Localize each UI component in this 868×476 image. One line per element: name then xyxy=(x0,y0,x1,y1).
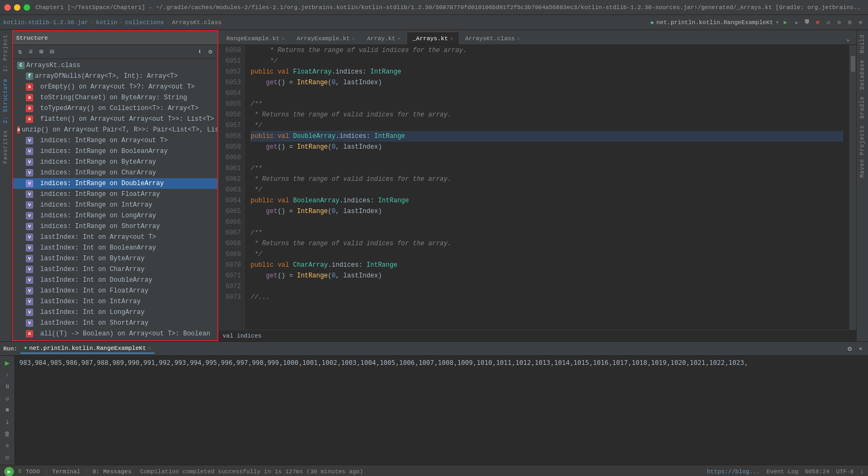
run-tab-range-example[interactable]: ● net.println.kotlin.RangeExampleKt ✕ xyxy=(20,344,155,354)
tree-root-item[interactable]: C ArraysKt.class xyxy=(13,60,217,71)
tree-item-7[interactable]: v indices: IntRange on Array<out T> xyxy=(13,135,217,146)
tree-item-label-8: indices: IntRange on BooleanArray xyxy=(40,148,168,155)
search-everywhere-button[interactable]: ⊕ xyxy=(856,18,865,27)
code-line-6059: get() = IntRange(0, lastIndex) xyxy=(251,142,843,152)
tree-item-17[interactable]: v lastIndex: Int on BooleanArray xyxy=(13,243,217,253)
settings-button[interactable]: ⚙ xyxy=(835,18,843,27)
code-line-6068: * Returns the range of valid indices for… xyxy=(251,238,843,249)
tree-item-14[interactable]: v indices: IntRange on LongArray xyxy=(13,210,217,221)
sidebar-tab-project[interactable]: 1: Project xyxy=(2,32,10,74)
run-close-icon[interactable]: ✕ xyxy=(856,345,865,353)
run-format-button[interactable]: ≡ xyxy=(2,441,13,451)
val-icon-17: v xyxy=(26,244,33,252)
val-icon-8: v xyxy=(26,148,33,155)
run-rerun-button[interactable]: ↺ xyxy=(2,393,13,403)
code-line-6053: get() = IntRange(0, lastIndex) xyxy=(251,77,843,88)
tree-item-19[interactable]: v lastIndex: Int on CharArray xyxy=(13,264,217,275)
breadcrumb-kotlin[interactable]: kotlin xyxy=(96,19,117,26)
scroll-right-icon[interactable]: ▸ xyxy=(847,35,851,45)
export-icon[interactable]: ⬇ xyxy=(195,47,204,57)
tab-array-kt[interactable]: Array.kt ✕ xyxy=(361,32,407,45)
breadcrumb-jar[interactable]: kotlin-stdlib-1.2.30.jar xyxy=(3,19,88,26)
stop-button[interactable]: ■ xyxy=(813,18,822,27)
tree-item-6[interactable]: a unzip() on Array<out Pair<T, R>>: Pair… xyxy=(13,125,217,135)
sidebar-tab-maven[interactable]: Maven Projects xyxy=(858,123,866,180)
sidebar-tab-gradle[interactable]: Gradle xyxy=(858,94,866,121)
run-tab-close-icon[interactable]: ✕ xyxy=(148,345,151,351)
close-window-button[interactable] xyxy=(4,4,11,11)
run-status-label[interactable]: TODO xyxy=(26,468,40,475)
expand-icon[interactable]: ⊞ xyxy=(36,47,46,57)
sort-alpha-icon[interactable]: ⇅ xyxy=(15,47,25,57)
maximize-window-button[interactable] xyxy=(24,4,30,11)
run-trash-button[interactable]: 🗑 xyxy=(2,429,13,439)
tab-arrayskt-class-close[interactable]: ✕ xyxy=(517,35,520,42)
terminal-label[interactable]: Terminal xyxy=(52,468,80,475)
messages-label[interactable]: 0: Messages xyxy=(92,468,131,475)
layout-button[interactable]: ⊞ xyxy=(845,18,854,27)
run-pause-button[interactable]: ⏸ xyxy=(2,382,13,391)
sidebar-tab-database[interactable]: Database xyxy=(858,57,866,92)
tree-item-20[interactable]: v lastIndex: Int on DoubleArray xyxy=(13,275,217,285)
event-log-label[interactable]: Event Log xyxy=(767,468,798,475)
tab-array-example-close[interactable]: ✕ xyxy=(352,35,355,42)
tree-item-15[interactable]: v indices: IntRange on ShortArray xyxy=(13,221,217,232)
tree-item-11[interactable]: v indices: IntRange on DoubleArray xyxy=(13,178,217,189)
tree-item-22[interactable]: v lastIndex: Int on IntArray xyxy=(13,296,217,307)
tree-item-label-15: indices: IntRange on ShortArray xyxy=(40,223,160,230)
run-button[interactable]: ▶ xyxy=(781,18,790,27)
chevron-down-icon[interactable]: ▾ xyxy=(775,19,779,26)
tree-item-4[interactable]: a toTypedArray() on Collection<T>: Array… xyxy=(13,103,217,114)
tree-item-16[interactable]: v lastIndex: Int on Array<out T> xyxy=(13,232,217,243)
tree-item-23[interactable]: v lastIndex: Int on LongArray xyxy=(13,307,217,318)
tab-arrays-kt[interactable]: _Arrays.kt ✕ xyxy=(407,32,459,45)
sidebar-tab-build[interactable]: Build xyxy=(858,32,866,55)
tab-arrays-kt-close[interactable]: ✕ xyxy=(450,35,453,42)
tree-item-8[interactable]: v indices: IntRange on BooleanArray xyxy=(13,146,217,157)
tree-item-21[interactable]: v lastIndex: Int on FloatArray xyxy=(13,285,217,296)
status-play-button[interactable]: ▶ xyxy=(4,467,14,477)
tree-item-5[interactable]: a flatten() on Array<out Array<out T>>: … xyxy=(13,114,217,125)
editor-scrollbar[interactable] xyxy=(849,45,856,329)
tree-item-3[interactable]: a toString(Charset) on ByteArray: String xyxy=(13,92,217,103)
val-icon-23: v xyxy=(26,309,33,316)
tree-item-25[interactable]: a all((T) -> Boolean) on Array<out T>: B… xyxy=(13,328,217,339)
run-scroll-end-button[interactable]: ⤓ xyxy=(2,418,13,427)
sort-by-type-icon[interactable]: ≡ xyxy=(26,47,35,57)
tree-item-13[interactable]: v indices: IntRange on IntArray xyxy=(13,200,217,210)
tree-item-1[interactable]: f arrayOfNulls(Array<T>, Int): Array<T> xyxy=(13,71,217,82)
sidebar-tab-favorites[interactable]: Favorites xyxy=(2,128,10,166)
run-settings-icon[interactable]: ⚙ xyxy=(845,345,854,353)
tree-item-label-21: lastIndex: Int on FloatArray xyxy=(40,287,149,295)
tab-array-example[interactable]: ArrayExample.kt ✕ xyxy=(291,32,361,45)
run-play-button[interactable]: ▶ xyxy=(2,358,13,368)
collapse-icon[interactable]: ⊟ xyxy=(47,47,57,57)
tree-item-label-7: indices: IntRange on Array<out T> xyxy=(40,137,168,144)
sidebar-tab-structure[interactable]: 2: Structure xyxy=(2,76,10,126)
tree-item-2[interactable]: a orEmpty() on Array<out T>?: Array<out … xyxy=(13,82,217,92)
minimize-window-button[interactable] xyxy=(14,4,20,11)
run-config-label[interactable]: net.println.kotlin.RangeExampleKt xyxy=(657,19,774,26)
tree-item-10[interactable]: v indices: IntRange on CharArray xyxy=(13,167,217,178)
tab-array-kt-close[interactable]: ✕ xyxy=(398,35,401,42)
code-line-6070: public val CharArray.indices: IntRange xyxy=(251,260,843,270)
run-external-button[interactable]: ⊡ xyxy=(2,453,13,463)
sync-button[interactable]: ↺ xyxy=(824,18,833,27)
val-icon-13: v xyxy=(26,201,33,209)
breadcrumb-collections[interactable]: collections xyxy=(125,19,164,26)
tab-arrayskt-class[interactable]: ArraysKt.class ✕ xyxy=(459,32,526,45)
tree-item-18[interactable]: v lastIndex: Int on ByteArray xyxy=(13,253,217,264)
code-editor[interactable]: * Returns the range of valid indices for… xyxy=(245,45,849,329)
tab-range-example-close[interactable]: ✕ xyxy=(282,35,285,42)
tree-item-9[interactable]: v indices: IntRange on ByteArray xyxy=(13,157,217,167)
settings-structure-icon[interactable]: ⚙ xyxy=(205,47,215,57)
tree-item-12[interactable]: v indices: IntRange on FloatArray xyxy=(13,189,217,200)
traffic-lights[interactable] xyxy=(4,4,30,11)
run-stop-button[interactable]: ■ xyxy=(2,405,13,415)
tab-range-example[interactable]: RangeExample.kt ✕ xyxy=(220,32,291,45)
run-with-coverage-button[interactable]: ⛊ xyxy=(803,18,811,27)
tab-range-example-label: RangeExample.kt xyxy=(226,35,279,42)
tree-item-24[interactable]: v lastIndex: Int on ShortArray xyxy=(13,318,217,328)
debug-button[interactable]: ⬥ xyxy=(792,18,800,27)
run-down-button[interactable]: ↓ xyxy=(2,370,13,379)
